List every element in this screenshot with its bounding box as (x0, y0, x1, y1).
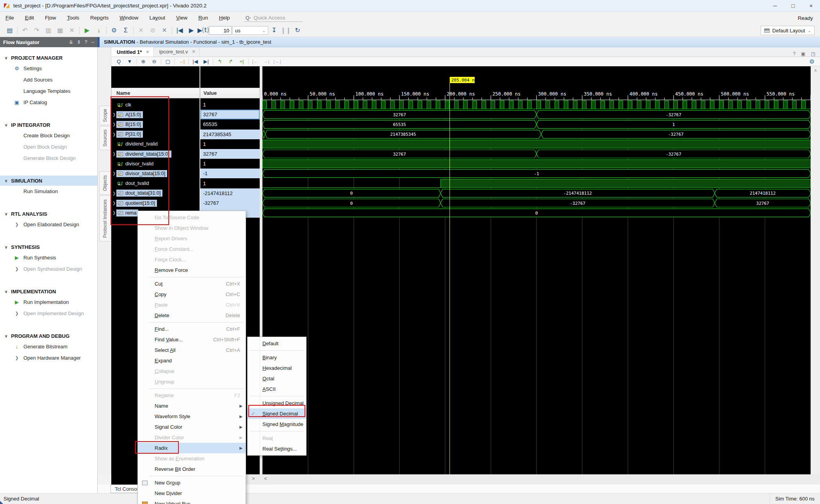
signal-value-dout-tvalid[interactable]: 1 (200, 179, 260, 188)
signal-value-b-15-0[interactable]: 65535 (200, 119, 260, 129)
sidebar-item-open-hardware-manager[interactable]: ❯Open Hardware Manager (0, 352, 97, 364)
sidebar-section-program-and-debug[interactable]: ∨PROGRAM AND DEBUG (0, 331, 97, 341)
wave-settings-gear-icon[interactable]: ⚙ (809, 58, 815, 65)
relaunch-icon[interactable]: ↻ (292, 25, 303, 36)
find-icon[interactable]: Q (114, 59, 124, 64)
expand-chevron-icon[interactable]: ❯ (111, 201, 116, 205)
span-icon[interactable]: |↔| (272, 59, 282, 64)
sidebar-item-language-templates[interactable]: Language Templates (0, 85, 97, 97)
panel-maximize-icon[interactable]: ◳ (811, 51, 815, 57)
context-menu-item-radix[interactable]: Radix▶ (138, 443, 246, 453)
context-menu-item-find[interactable]: Find...Ctrl+F (138, 324, 246, 334)
settings-gear-icon[interactable]: ⚙ (108, 25, 120, 36)
run-all-icon[interactable]: ▶ (185, 25, 197, 36)
signal-value-dividend-tvalid[interactable]: 1 (200, 139, 260, 149)
help-icon[interactable]: ? (85, 39, 87, 45)
breakpoint-icon[interactable]: ✕ (159, 25, 170, 36)
close-tab-icon[interactable]: ✕ (146, 50, 149, 55)
radix-option-unsigned-decimal[interactable]: Unsigned Decimal (248, 398, 306, 408)
paste-icon[interactable]: ▦ (54, 25, 66, 36)
sidebar-item-run-implementation[interactable]: ▶Run Implementation (0, 296, 97, 308)
sidebar-item-run-synthesis[interactable]: ▶Run Synthesis (0, 252, 97, 263)
signal-row-quotient-15-0[interactable]: ❯quotient[15:0] (111, 198, 200, 208)
sidebar-item-run-simulation[interactable]: Run Simulation (0, 186, 97, 197)
run-icon[interactable]: ▶ (81, 25, 93, 36)
sidebar-section-project-manager[interactable]: ∨PROJECT MANAGER (0, 53, 97, 63)
quick-access-search[interactable]: Q· Quick Access (244, 14, 303, 22)
go-to-cursor-icon[interactable]: →| (176, 59, 187, 64)
context-menu-item-cut[interactable]: CutCtrl+X (138, 279, 246, 289)
open-file-icon[interactable]: ▤ (4, 25, 16, 36)
expand-chevron-icon[interactable]: ❯ (111, 122, 116, 126)
add-cursor-icon[interactable]: +| (237, 59, 247, 64)
layout-selector[interactable]: Default Layout⌄ (761, 26, 815, 35)
close-tab-icon[interactable]: ✕ (192, 49, 195, 54)
context-menu-item-new-group[interactable]: New Group (138, 477, 246, 488)
redo-icon[interactable]: ↷ (31, 25, 43, 36)
maximize-button[interactable]: □ (784, 0, 802, 12)
step-icon[interactable]: ↧ (268, 25, 280, 36)
expand-chevron-icon[interactable]: ❯ (111, 211, 116, 215)
signal-row-b-15-0[interactable]: ❯B[15:0] (111, 119, 200, 129)
sidebar-item-settings[interactable]: ⚙Settings (0, 63, 97, 74)
undo-icon[interactable]: ↶ (19, 25, 31, 36)
expand-chevron-icon[interactable]: ❯ (111, 132, 116, 137)
zoom-out-icon[interactable]: ⊖ (149, 59, 159, 64)
menu-run[interactable]: Run (193, 15, 214, 21)
expand-chevron-icon[interactable]: ❯ (111, 171, 116, 176)
waveform-canvas[interactable]: 0.000 ns50.000 ns100.000 ns150.000 ns200… (262, 66, 811, 474)
add-marker-icon[interactable]: ↱ (226, 59, 236, 64)
signal-value-p-31-0[interactable]: 2147385345 (200, 130, 260, 139)
side-tab-sources[interactable]: Sources (99, 126, 110, 150)
signal-row-a-15-0[interactable]: ❯A[15:0] (111, 110, 200, 119)
menu-reports[interactable]: Reports (85, 15, 114, 21)
restart-icon[interactable]: |◀ (174, 25, 185, 36)
sidebar-section-implementation[interactable]: ∨IMPLEMENTATION (0, 286, 97, 296)
vertical-scrollbar[interactable]: ∧ (811, 66, 820, 474)
sidebar-section-simulation[interactable]: ∨SIMULATION (0, 176, 97, 186)
expand-chevron-icon[interactable]: ❯ (111, 191, 116, 195)
time-unit-select[interactable]: us⌄ (232, 26, 268, 35)
zoom-in-icon[interactable]: ⊕ (138, 59, 148, 64)
delete-icon[interactable]: ✕ (66, 25, 78, 36)
side-tab-protocol-instances[interactable]: Protocol Instances (99, 195, 110, 241)
next-edge-icon[interactable]: →| (261, 59, 271, 64)
signal-row-divisor-tdata-15-0[interactable]: ❯divisor_tdata[15:0] (111, 169, 200, 178)
signal-value-a-15-0[interactable]: 32767 (200, 110, 260, 119)
menu-layout[interactable]: Layout (144, 15, 171, 21)
panel-help-icon[interactable]: ? (793, 51, 796, 57)
signal-value-divisor-tvalid[interactable]: 1 (200, 159, 260, 169)
value-column-header[interactable]: Value (200, 88, 260, 98)
swap-cursors-icon[interactable]: ↰ (215, 59, 225, 64)
prev-edge-icon[interactable]: |← (250, 59, 260, 64)
signal-row-dout-tdata-31-0[interactable]: ❯dout_tdata[31:0] (111, 188, 200, 198)
context-menu-item-remove-force[interactable]: Remove Force (138, 265, 246, 275)
context-menu-item-new-virtual-bus[interactable]: New Virtual Bus (138, 499, 246, 504)
copy-icon[interactable]: ▥ (43, 25, 54, 36)
radix-option-octal[interactable]: Octal (248, 373, 306, 384)
menu-flow[interactable]: Flow (39, 15, 62, 21)
expand-chevron-icon[interactable]: ❯ (111, 152, 116, 156)
waveform-plot[interactable]: 0.000 ns50.000 ns100.000 ns150.000 ns200… (262, 66, 811, 474)
signal-row-p-31-0[interactable]: ❯P[31:0] (111, 130, 200, 139)
side-tab-scope[interactable]: Scope (99, 106, 110, 125)
sidebar-item-add-sources[interactable]: Add Sources (0, 74, 97, 85)
horizontal-scroll-arrows[interactable]: > < (252, 476, 271, 481)
sidebar-item-open-elaborated-design[interactable]: ❯Open Elaborated Design (0, 219, 97, 230)
pause-icon[interactable]: ❙❙ (280, 25, 292, 36)
sidebar-section-synthesis[interactable]: ∨SYNTHESIS (0, 242, 97, 252)
signal-value-dividend-tdata-15-0[interactable]: 32767 (200, 149, 260, 159)
context-menu-item-copy[interactable]: CopyCtrl+C (138, 289, 246, 300)
context-menu-item-find-value[interactable]: Find Value...Ctrl+Shift+F (138, 334, 246, 345)
menu-help[interactable]: Help (214, 15, 235, 21)
menu-edit[interactable]: Edit (20, 15, 39, 21)
collapse-all-icon[interactable]: ⇊ (69, 39, 73, 45)
minimize-button[interactable]: ─ (766, 0, 784, 12)
signal-row-dout-tvalid[interactable]: dout_tvalid (111, 179, 200, 188)
tab-untitled-1[interactable]: Untitled 1*✕ (111, 47, 154, 57)
radix-option-signed-magnitude[interactable]: Signed Magnitude (248, 419, 306, 429)
signal-value-quotient-15-0[interactable]: -32767 (200, 198, 260, 208)
menu-view[interactable]: View (171, 15, 193, 21)
panel-float-icon[interactable]: ▣ (801, 51, 805, 57)
sum-icon[interactable]: Σ (120, 25, 132, 36)
